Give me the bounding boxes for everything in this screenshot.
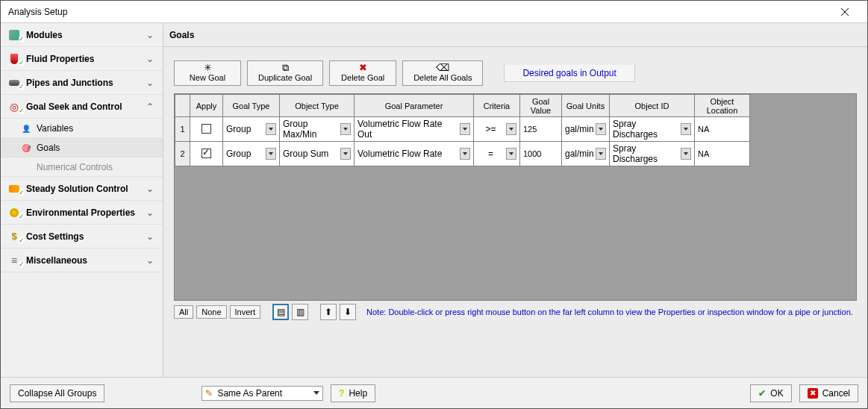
duplicate-goal-button[interactable]: ⧉ Duplicate Goal xyxy=(247,60,323,86)
dropdown-icon[interactable] xyxy=(681,148,691,160)
goal-value-cell[interactable]: 1000 xyxy=(520,142,562,166)
sidebar-item-cost-settings[interactable]: Cost Settings ⌄ xyxy=(1,225,163,249)
dropdown-icon[interactable] xyxy=(460,123,470,135)
col-object-location: Object Location xyxy=(695,95,750,117)
apply-cell[interactable] xyxy=(190,142,223,166)
content-header: Goals xyxy=(163,23,867,47)
move-up-button[interactable]: ⬆ xyxy=(320,304,337,320)
object-location-cell[interactable]: NA xyxy=(695,117,750,142)
row-number[interactable]: 1 xyxy=(175,117,190,142)
col-goal-units: Goal Units xyxy=(562,95,610,117)
sidebar-item-label: Goal Seek and Control xyxy=(26,102,146,112)
dropdown-icon[interactable] xyxy=(460,148,470,160)
dropdown-icon[interactable] xyxy=(266,123,276,135)
select-none-button[interactable]: None xyxy=(196,305,226,319)
view-mode-1-button[interactable]: ▤ xyxy=(272,304,289,320)
dropdown-icon[interactable] xyxy=(340,148,351,160)
close-button[interactable] xyxy=(830,4,860,19)
content-panel: Goals ✳ New Goal ⧉ Duplicate Goal ✖ Dele… xyxy=(163,23,867,378)
object-type-cell[interactable]: Group Sum xyxy=(280,142,355,166)
grid-bottombar: All None Invert ▤ ▥ ⬆ ⬇ Note: Double-cli… xyxy=(163,301,867,323)
cancel-label: Cancel xyxy=(822,388,850,399)
ok-button[interactable]: ✔ OK xyxy=(750,384,791,402)
object-type-cell[interactable]: Group Max/Min xyxy=(280,117,355,142)
dropdown-icon[interactable] xyxy=(266,148,276,160)
goal-parameter-cell[interactable]: Volumetric Flow Rate xyxy=(355,142,474,166)
dropdown-icon[interactable] xyxy=(506,123,516,135)
goal-units-cell[interactable]: gal/min xyxy=(562,142,610,166)
move-down-button[interactable]: ⬇ xyxy=(340,304,356,320)
dropdown-icon[interactable] xyxy=(596,123,606,135)
sidebar-sub-numerical[interactable]: Numerical Controls xyxy=(1,157,163,177)
goal-units-cell[interactable]: gal/min xyxy=(562,117,610,142)
apply-cell[interactable] xyxy=(190,117,223,142)
dropdown-icon[interactable] xyxy=(596,148,606,160)
col-object-type: Object Type xyxy=(280,95,355,117)
help-button[interactable]: ? Help xyxy=(331,384,375,402)
new-goal-label: New Goal xyxy=(185,73,230,82)
sidebar-item-pipes-junctions[interactable]: Pipes and Junctions ⌄ xyxy=(1,71,163,95)
criteria-cell[interactable]: = xyxy=(474,142,520,166)
object-id-cell[interactable]: Spray Discharges xyxy=(610,117,695,142)
table-row: 1GroupGroup Max/MinVolumetric Flow Rate … xyxy=(175,117,750,142)
collapse-label: Collapse All Groups xyxy=(18,388,96,399)
sidebar-item-label: Environmental Properties xyxy=(26,207,146,218)
arrow-down-icon: ⬇ xyxy=(344,307,352,317)
goal-parameter-cell[interactable]: Volumetric Flow Rate Out xyxy=(355,117,474,142)
check-icon: ✔ xyxy=(758,388,766,399)
goals-grid: Apply Goal Type Object Type Goal Paramet… xyxy=(175,94,750,166)
sidebar-item-environmental[interactable]: Environmental Properties ⌄ xyxy=(1,201,163,225)
delete-icon: ✖ xyxy=(340,63,385,73)
goal-type-cell[interactable]: Group xyxy=(223,142,280,166)
apply-checkbox[interactable] xyxy=(202,149,211,158)
titlebar: Analysis Setup xyxy=(1,1,867,23)
chevron-down-icon: ⌄ xyxy=(146,255,157,266)
object-id-cell[interactable]: Spray Discharges xyxy=(610,142,695,166)
apply-checkbox[interactable] xyxy=(202,124,211,134)
object-location-cell[interactable]: NA xyxy=(695,142,750,166)
select-invert-button[interactable]: Invert xyxy=(230,305,261,319)
sidebar-item-goal-seek[interactable]: Goal Seek and Control ⌃ xyxy=(1,95,163,119)
new-goal-button[interactable]: ✳ New Goal xyxy=(174,60,241,86)
row-number[interactable]: 2 xyxy=(175,142,190,166)
delete-all-icon: ⌫ xyxy=(413,63,472,73)
sidebar-item-modules[interactable]: Modules ⌄ xyxy=(1,23,163,47)
dropdown-icon[interactable] xyxy=(681,123,691,135)
sidebar-sub-goals[interactable]: Goals xyxy=(1,138,163,157)
sidebar-item-miscellaneous[interactable]: Miscellaneous ⌄ xyxy=(1,249,163,272)
sidebar-item-label: Modules xyxy=(26,30,146,40)
view-mode-2-button[interactable]: ▥ xyxy=(292,304,308,320)
sidebar: Modules ⌄ Fluid Properties ⌄ Pipes and J… xyxy=(1,23,163,378)
cancel-button[interactable]: ✖ Cancel xyxy=(799,384,858,402)
dropdown-icon xyxy=(313,391,319,395)
sidebar-item-steady-solution[interactable]: Steady Solution Control ⌄ xyxy=(1,177,163,201)
table-row: 2GroupGroup SumVolumetric Flow Rate=1000… xyxy=(175,142,750,166)
dropdown-icon[interactable] xyxy=(506,148,516,160)
window-title: Analysis Setup xyxy=(8,7,830,17)
col-goal-value: Goal Value xyxy=(520,95,562,117)
arrow-up-icon: ⬆ xyxy=(325,307,332,317)
chevron-down-icon: ⌄ xyxy=(146,54,157,64)
col-goal-parameter: Goal Parameter xyxy=(355,95,474,117)
pipes-icon xyxy=(7,77,22,89)
goal-type-cell[interactable]: Group xyxy=(223,117,280,142)
col-goal-type: Goal Type xyxy=(223,95,280,117)
desired-goals-link[interactable]: Desired goals in Output xyxy=(504,65,634,82)
sidebar-item-label: Cost Settings xyxy=(26,231,146,242)
delete-goal-button[interactable]: ✖ Delete Goal xyxy=(329,60,396,86)
goal-value-cell[interactable]: 125 xyxy=(520,117,562,142)
select-all-button[interactable]: All xyxy=(174,305,193,319)
sidebar-sub-variables[interactable]: Variables xyxy=(1,119,163,138)
dropdown-icon[interactable] xyxy=(340,123,351,135)
same-as-parent-combo[interactable]: ✎ Same As Parent xyxy=(202,386,323,401)
sidebar-item-label: Pipes and Junctions xyxy=(26,78,146,88)
fluid-icon xyxy=(7,53,22,65)
collapse-all-button[interactable]: Collapse All Groups xyxy=(10,384,104,402)
col-rownum xyxy=(175,95,190,117)
help-label: Help xyxy=(349,388,367,399)
sidebar-item-label: Steady Solution Control xyxy=(26,184,146,194)
delete-all-goals-button[interactable]: ⌫ Delete All Goals xyxy=(402,60,483,86)
criteria-cell[interactable]: >= xyxy=(474,117,520,142)
sidebar-item-fluid-properties[interactable]: Fluid Properties ⌄ xyxy=(1,47,163,71)
chevron-down-icon: ⌄ xyxy=(146,207,157,218)
